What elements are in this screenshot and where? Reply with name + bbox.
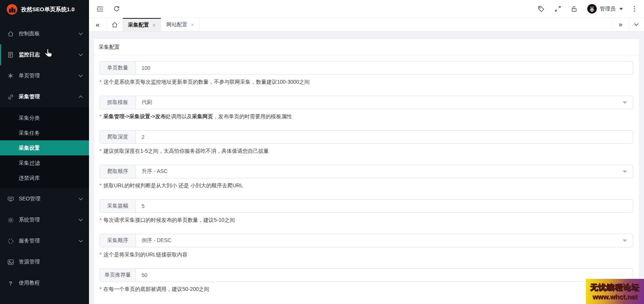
- form-group-page-recommend: 单页推荐量 *在每一个单页的底部被调用，建议50-200之间: [100, 268, 633, 293]
- field-hint: *采集管理->采集设置->发布处调用以及采集网页，发布单页的时需要用的模板属性: [100, 113, 633, 120]
- sidebar-submenu-collect: 采集分类 采集任务 采集设置 采集过滤 违禁词库: [0, 107, 89, 188]
- page-recommend-input[interactable]: [136, 269, 633, 281]
- sidebar-item-collect-settings[interactable]: 采集设置: [0, 140, 89, 155]
- service-icon: [7, 238, 14, 244]
- page-count-input[interactable]: [136, 62, 633, 74]
- sidebar-item-resource-manage[interactable]: 资源管理: [0, 251, 89, 272]
- tabs-scroll-left-icon[interactable]: «: [89, 18, 106, 31]
- app-logo: 孜然SEO单页系统1.0: [0, 0, 89, 19]
- watermark: 无忧编程论坛 www.whct.net: [586, 279, 644, 304]
- sidebar-item-label: 采集管理: [19, 93, 78, 100]
- user-menu[interactable]: 管理员: [587, 4, 623, 14]
- sidebar-item-label: SEO管理: [19, 196, 78, 202]
- board-icon: [7, 196, 14, 202]
- crawl-depth-input[interactable]: [136, 131, 633, 143]
- collect-order-select[interactable]: 倒序 - DESC: [136, 234, 633, 247]
- tab-collect-config[interactable]: 采集配置 ×: [123, 18, 161, 31]
- top-header: 管理员: [89, 0, 644, 18]
- field-hint: *建议抓取深度在1-5之间，太高怕你服务器吃不消，具体值请您自己掂量: [100, 148, 633, 155]
- sidebar-item-label: 服务管理: [19, 238, 78, 244]
- sidebar-item-seo-manage[interactable]: SEO管理: [0, 188, 89, 209]
- sidebar-item-collect-category[interactable]: 采集分类: [0, 110, 89, 125]
- sidebar-item-collect-manage[interactable]: 采集管理: [0, 86, 89, 107]
- field-label: 抓取模板: [100, 96, 136, 109]
- home-icon: [7, 30, 14, 37]
- field-hint: *这个是将采集到的URL链接获取内容: [100, 251, 633, 258]
- chevron-down-icon: [623, 101, 627, 104]
- field-hint: *在每一个单页的底部被调用，建议50-200之间: [100, 286, 633, 293]
- chevron-down-icon: [623, 170, 627, 173]
- refresh-icon[interactable]: [113, 6, 120, 12]
- sidebar-item-label: 系统管理: [19, 217, 78, 223]
- main-content: 采集配置 单页数量 *这个是系统单页每次监控地址更新单页的数量，不参与联网采集，…: [89, 32, 644, 304]
- sidebar-item-system-manage[interactable]: 系统管理: [0, 209, 89, 230]
- collapse-sidebar-icon[interactable]: [97, 6, 104, 12]
- page-title: 采集配置: [94, 39, 639, 55]
- crawl-order-select[interactable]: 升序 - ASC: [136, 165, 633, 178]
- form-group-crawl-order: 爬取顺序 升序 - ASC *抓取URL的时候判断是从大到小 还是 小到大的顺序…: [100, 165, 633, 189]
- sidebar-item-label: 监控日志: [19, 51, 78, 58]
- sidebar-item-page-manage[interactable]: 单页管理: [0, 65, 89, 86]
- sidebar-item-control-panel[interactable]: 控制面板: [0, 23, 89, 44]
- tab-site-config[interactable]: 网站配置 ×: [161, 18, 199, 31]
- tab-home[interactable]: [106, 18, 123, 31]
- avatar[interactable]: [587, 4, 597, 14]
- settings-card: 采集配置 单页数量 *这个是系统单页每次监控地址更新单页的数量，不参与联网采集，…: [94, 39, 639, 304]
- chevron-down-icon: [619, 8, 623, 10]
- tag-icon[interactable]: [538, 6, 544, 12]
- sidebar-item-tutorial[interactable]: ? 使用教程: [0, 272, 89, 293]
- form-group-collect-order: 采集顺序 倒序 - DESC *这个是将采集到的URL链接获取内容: [100, 234, 633, 258]
- sidebar-item-banned-words[interactable]: 违禁词库: [0, 170, 89, 185]
- sidebar-item-collect-filter[interactable]: 采集过滤: [0, 155, 89, 170]
- question-icon: ?: [7, 280, 14, 286]
- collect-size-input[interactable]: [136, 200, 633, 212]
- tab-label: 采集配置: [128, 22, 149, 29]
- tabs-scroll-right-icon[interactable]: »: [612, 18, 628, 31]
- chevron-up-icon: [78, 95, 83, 98]
- chevron-down-icon: [78, 74, 83, 77]
- field-hint: *每次请求采集接口的时候发布的单页数量，建议5-10之间: [100, 217, 633, 224]
- app-title: 孜然SEO单页系统1.0: [21, 6, 75, 13]
- chevron-down-icon: [78, 218, 83, 221]
- field-label: 单页推荐量: [100, 269, 136, 281]
- watermark-title: 无忧编程论坛: [590, 282, 640, 293]
- image-icon: [7, 259, 14, 265]
- sidebar-item-label: 单页管理: [19, 72, 78, 79]
- asterisk-icon: [7, 72, 14, 79]
- required-marker: *: [100, 148, 101, 154]
- required-marker: *: [100, 217, 101, 223]
- chevron-down-icon: [78, 32, 83, 35]
- user-name[interactable]: 管理员: [600, 6, 615, 12]
- required-marker: *: [100, 182, 101, 188]
- field-label: 采集顺序: [100, 234, 136, 247]
- logo-icon: [7, 4, 17, 15]
- tab-bar: « 采集配置 × 网站配置 × »: [89, 18, 644, 32]
- sidebar-item-collect-task[interactable]: 采集任务: [0, 125, 89, 140]
- link-icon: [7, 93, 14, 100]
- close-icon[interactable]: ×: [191, 22, 194, 28]
- close-icon[interactable]: ×: [152, 22, 155, 28]
- sidebar-item-service-manage[interactable]: 服务管理: [0, 230, 89, 251]
- field-hint: *这个是系统单页每次监控地址更新单页的数量，不参与联网采集，数量建议100-30…: [100, 79, 633, 86]
- more-options-icon[interactable]: [633, 5, 636, 12]
- required-marker: *: [100, 251, 101, 257]
- sidebar-menu: 控制面板 监控日志 单页管理: [0, 23, 89, 293]
- field-label: 爬取深度: [100, 131, 136, 143]
- required-marker: *: [100, 286, 101, 292]
- gear-icon: [7, 217, 14, 223]
- required-marker: *: [100, 113, 101, 119]
- fullscreen-icon[interactable]: [555, 6, 561, 12]
- lock-icon[interactable]: [571, 6, 577, 12]
- chevron-down-icon: [78, 239, 83, 242]
- sidebar-item-label: 使用教程: [19, 280, 83, 286]
- tabs-menu-icon[interactable]: [628, 18, 644, 31]
- form-group-crawl-template: 抓取模板 代刷 *采集管理->采集设置->发布处调用以及采集网页，发布单页的时需…: [100, 96, 633, 120]
- sidebar-item-monitor-log[interactable]: 监控日志: [0, 44, 89, 65]
- log-icon: [7, 51, 14, 58]
- crawl-template-select[interactable]: 代刷: [136, 96, 633, 109]
- form-group-collect-size: 采集篇幅 *每次请求采集接口的时候发布的单页数量，建议5-10之间: [100, 199, 633, 224]
- sidebar: 孜然SEO单页系统1.0 控制面板 监控日志 单页管理: [0, 0, 89, 304]
- form-group-page-count: 单页数量 *这个是系统单页每次监控地址更新单页的数量，不参与联网采集，数量建议1…: [100, 61, 633, 86]
- required-marker: *: [100, 79, 101, 85]
- field-label: 单页数量: [100, 62, 136, 74]
